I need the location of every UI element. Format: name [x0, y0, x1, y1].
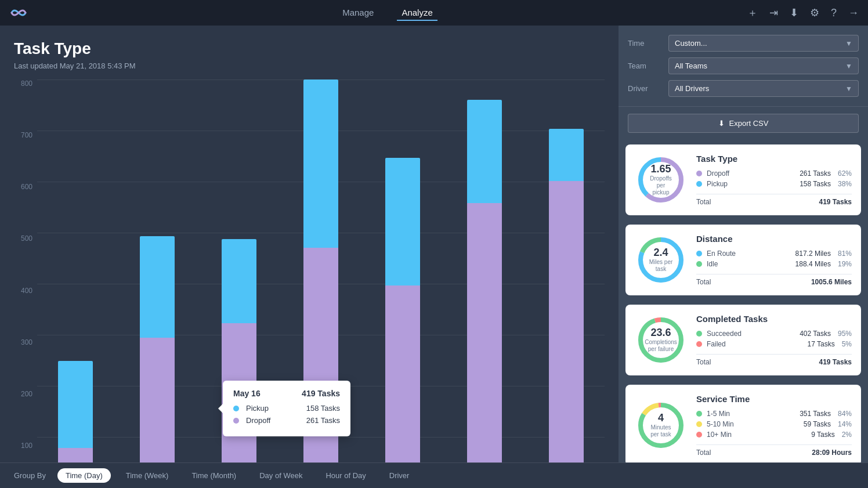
idle-row: Idle 188.4 Miles 19% — [696, 260, 852, 268]
distance-sublabel: Miles per task — [648, 259, 674, 273]
en-route-row: En Route 817.2 Miles 81% — [696, 250, 852, 258]
filter-time-row: Time Custom... ▼ — [628, 35, 859, 52]
chart-plot: May 16 419 Tasks Pickup 158 Tasks Dropof… — [37, 79, 605, 462]
distance-value: 2.4 — [648, 247, 674, 259]
import-icon[interactable]: ⇥ — [769, 6, 778, 19]
completed-value: 23.6 — [645, 327, 677, 339]
task-type-total: Total 419 Tasks — [696, 194, 852, 206]
tooltip-pickup-row: Pickup 158 Tasks — [233, 404, 340, 413]
y-label-700: 700 — [21, 131, 32, 139]
logout-icon[interactable]: → — [848, 7, 859, 19]
min3-row: 10+ Min 9 Tasks 2% — [696, 431, 852, 439]
completed-title: Completed Tasks — [696, 314, 852, 324]
filter-team-label: Team — [628, 62, 668, 70]
dropoff-row: Dropoff 261 Tasks 62% — [696, 169, 852, 178]
nav-center: Manage Analyze — [28, 5, 747, 21]
filter-driver-select[interactable]: All Drivers ▼ — [668, 80, 859, 97]
completed-donut: 23.6 Completions per failure — [635, 314, 687, 366]
distance-total: Total 1005.6 Miles — [696, 274, 852, 286]
task-type-donut: 1.65 Dropoffs per pickup — [635, 154, 687, 206]
stat-card-service-time: 4 Minutes per task Service Time 1-5 Min … — [625, 385, 861, 462]
main-content: Task Type Last updated May 21, 2018 5:43… — [0, 26, 868, 462]
completed-donut-center: 23.6 Completions per failure — [645, 327, 677, 353]
group-btn-time-day[interactable]: Time (Day) — [57, 468, 111, 483]
group-btn-driver[interactable]: Driver — [381, 468, 418, 483]
service-time-title: Service Time — [696, 394, 852, 404]
tooltip-pickup-label: Pickup — [246, 404, 299, 413]
tooltip-arrow — [218, 404, 223, 413]
add-icon[interactable]: ＋ — [747, 6, 758, 20]
chart-area: Task Type Last updated May 21, 2018 5:43… — [0, 26, 619, 462]
service-time-total: Total 28:09 Hours — [696, 444, 852, 457]
distance-details: Distance En Route 817.2 Miles 81% Idle 1… — [696, 234, 852, 286]
y-label-400: 400 — [21, 287, 32, 295]
group-btn-time-week[interactable]: Time (Week) — [118, 468, 177, 483]
task-type-donut-center: 1.65 Dropoffs per pickup — [648, 164, 674, 196]
stat-card-distance: 2.4 Miles per task Distance En Route 817… — [625, 225, 861, 295]
pickup-dot — [696, 181, 702, 187]
filter-team-row: Team All Teams ▼ — [628, 57, 859, 74]
tooltip-dropoff-val: 261 Tasks — [306, 416, 340, 425]
y-label-500: 500 — [21, 234, 32, 243]
tooltip-total: 419 Tasks — [302, 389, 340, 398]
bar-group-may15[interactable] — [43, 79, 107, 462]
distance-donut: 2.4 Miles per task — [635, 234, 687, 286]
distance-rows: En Route 817.2 Miles 81% Idle 188.4 Mile… — [696, 250, 852, 286]
filter-section: Time Custom... ▼ Team All Teams ▼ Driver… — [619, 26, 868, 107]
stat-card-completed: 23.6 Completions per failure Completed T… — [625, 305, 861, 375]
download-icon-2: ⬇ — [718, 119, 725, 128]
y-label-800: 800 — [21, 79, 32, 88]
tooltip-dropoff-row: Dropoff 261 Tasks — [233, 416, 340, 425]
service-time-details: Service Time 1-5 Min 351 Tasks 84% 5-10 … — [696, 394, 852, 457]
completed-total: Total 419 Tasks — [696, 354, 852, 366]
tooltip-pickup-val: 158 Tasks — [306, 404, 340, 413]
bar-group-may20[interactable] — [453, 79, 517, 462]
group-btn-time-month[interactable]: Time (Month) — [183, 468, 244, 483]
chart-wrapper: Tasks 800 700 600 500 400 300 200 100 0 — [14, 79, 605, 462]
nav-analyze[interactable]: Analyze — [397, 5, 437, 21]
group-by-label: Group By — [14, 471, 46, 480]
chevron-down-icon: ▼ — [845, 39, 852, 48]
bars-area: May 16 419 Tasks Pickup 158 Tasks Dropof… — [37, 79, 605, 462]
min1-dot — [696, 411, 702, 417]
help-icon[interactable]: ? — [831, 7, 837, 19]
top-nav: Manage Analyze ＋ ⇥ ⬇ ⚙ ? → — [0, 0, 868, 26]
y-label-300: 300 — [21, 338, 32, 346]
succeeded-row: Succeeded 402 Tasks 95% — [696, 330, 852, 338]
bar-group-may21[interactable] — [534, 79, 599, 462]
bottom-bar: Group By Time (Day) Time (Week) Time (Mo… — [0, 462, 868, 488]
service-time-donut: 4 Minutes per task — [635, 399, 687, 451]
service-time-rows: 1-5 Min 351 Tasks 84% 5-10 Min 59 Tasks … — [696, 410, 852, 457]
group-btn-day-of-week[interactable]: Day of Week — [251, 468, 310, 483]
group-btn-hour-of-day[interactable]: Hour of Day — [317, 468, 374, 483]
chart-inner: Tasks 800 700 600 500 400 300 200 100 0 — [14, 79, 605, 462]
filter-time-label: Time — [628, 39, 668, 48]
service-time-donut-center: 4 Minutes per task — [648, 413, 674, 438]
dropoff-dot — [696, 171, 702, 176]
en-route-dot — [696, 251, 702, 256]
tooltip-date: May 16 — [233, 389, 261, 398]
export-csv-button[interactable]: ⬇ Export CSV — [628, 114, 859, 133]
stat-card-task-type: 1.65 Dropoffs per pickup Task Type Dropo… — [625, 144, 861, 215]
pickup-row: Pickup 158 Tasks 38% — [696, 180, 852, 188]
download-icon[interactable]: ⬇ — [790, 6, 798, 19]
nav-right: ＋ ⇥ ⬇ ⚙ ? → — [747, 6, 859, 20]
chart-tooltip: May 16 419 Tasks Pickup 158 Tasks Dropof… — [223, 381, 350, 436]
settings-icon[interactable]: ⚙ — [810, 6, 819, 19]
task-type-sublabel: Dropoffs per pickup — [648, 175, 674, 196]
completed-rows: Succeeded 402 Tasks 95% Failed 17 Tasks … — [696, 330, 852, 366]
filter-team-select[interactable]: All Teams ▼ — [668, 57, 859, 74]
filter-time-select[interactable]: Custom... ▼ — [668, 35, 859, 52]
task-type-value: 1.65 — [648, 164, 674, 175]
bar-group-may16[interactable] — [125, 79, 189, 462]
tooltip-dropoff-label: Dropoff — [246, 416, 299, 425]
tooltip-dropoff-dot — [233, 418, 239, 424]
min3-dot — [696, 432, 702, 438]
logo[interactable] — [9, 7, 28, 19]
completed-details: Completed Tasks Succeeded 402 Tasks 95% … — [696, 314, 852, 366]
task-type-title: Task Type — [696, 154, 852, 164]
sidebar: Time Custom... ▼ Team All Teams ▼ Driver… — [619, 26, 868, 462]
bar-group-may19[interactable] — [371, 79, 435, 462]
nav-manage[interactable]: Manage — [338, 5, 378, 21]
failed-dot — [696, 341, 702, 347]
